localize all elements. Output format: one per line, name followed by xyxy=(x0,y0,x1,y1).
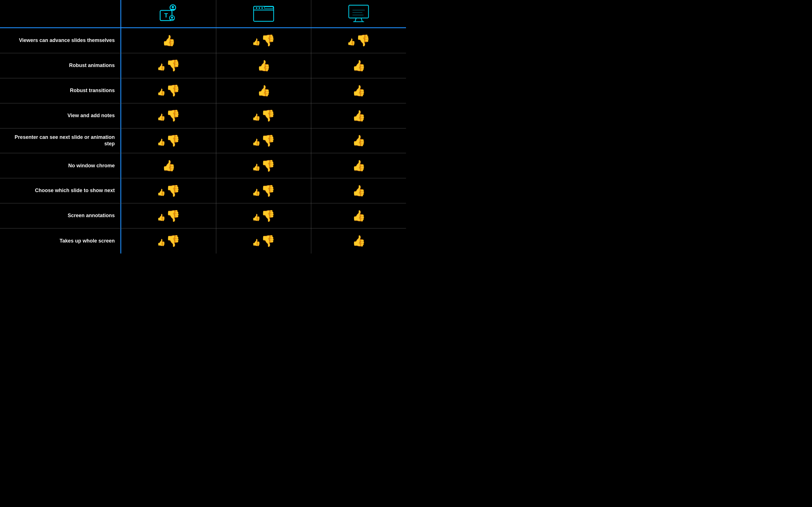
browser-header-col xyxy=(216,0,311,27)
thumbs-down-icon: 👍 👎 xyxy=(252,109,275,122)
feature-label-text: Presenter can see next slide or animatio… xyxy=(3,134,115,147)
monitor-cell: 👍 xyxy=(311,78,406,103)
svg-point-10 xyxy=(261,7,263,8)
teams-cell: 👍 👎 xyxy=(121,78,216,103)
thumbs-down-icon: 👍 👎 xyxy=(157,184,180,198)
feature-label-text: Choose which slide to show next xyxy=(35,187,115,194)
feature-label-text: Viewers can advance slides themselves xyxy=(19,37,115,44)
monitor-cell: 👍 xyxy=(311,103,406,128)
monitor-header-col xyxy=(311,0,406,27)
thumbs-down-icon: 👍 👎 xyxy=(157,234,180,247)
thumbs-up-icon: 👍 xyxy=(352,235,365,246)
thumbs-down-icon: 👍 👎 xyxy=(252,209,275,223)
feature-label: Robust animations xyxy=(0,53,121,78)
thumbs-up-icon: 👍 xyxy=(257,86,270,96)
svg-text:T: T xyxy=(164,12,168,19)
browser-cell: 👍 xyxy=(216,78,311,103)
thumbs-up-icon: 👍 xyxy=(352,110,365,121)
feature-col-header xyxy=(0,0,121,27)
thumbs-down-icon: 👍 👎 xyxy=(252,234,275,247)
feature-label: Viewers can advance slides themselves xyxy=(0,28,121,53)
browser-cell: 👍 👎 xyxy=(216,128,311,153)
svg-point-1 xyxy=(172,6,174,8)
thumbs-up-icon: 👍 xyxy=(352,210,365,221)
comparison-table: T xyxy=(0,0,406,253)
feature-label-text: Takes up whole screen xyxy=(59,238,115,244)
monitor-cell: 👍 👎 xyxy=(311,28,406,53)
main-container: T xyxy=(0,0,406,253)
svg-point-5 xyxy=(171,16,173,18)
table-row: Takes up whole screen 👍 👎 👍 👎 👍 xyxy=(0,228,406,253)
browser-cell: 👍 👎 xyxy=(216,203,311,228)
table-row: Robust animations 👍 👎 👍👍 xyxy=(0,53,406,78)
teams-cell: 👍 👎 xyxy=(121,53,216,78)
teams-header-col: T xyxy=(121,0,216,27)
teams-cell: 👍 👎 xyxy=(121,103,216,128)
browser-icon xyxy=(252,4,275,24)
thumbs-up-icon: 👍 xyxy=(352,135,365,146)
thumbs-down-icon: 👍 👎 xyxy=(347,34,370,47)
monitor-cell: 👍 xyxy=(311,153,406,178)
feature-label: View and add notes xyxy=(0,103,121,128)
thumbs-up-icon: 👍 xyxy=(162,160,175,171)
browser-cell: 👍 👎 xyxy=(216,153,311,178)
feature-label: Presenter can see next slide or animatio… xyxy=(0,128,121,153)
table-row: Viewers can advance slides themselves👍 👍… xyxy=(0,28,406,53)
browser-cell: 👍 👎 xyxy=(216,178,311,203)
browser-cell: 👍 xyxy=(216,53,311,78)
svg-line-14 xyxy=(361,18,362,21)
teams-cell: 👍 xyxy=(121,28,216,53)
table-row: Robust transitions 👍 👎 👍👍 xyxy=(0,78,406,103)
feature-label: No window chrome xyxy=(0,153,121,178)
thumbs-down-icon: 👍 👎 xyxy=(157,59,180,72)
browser-cell: 👍 👎 xyxy=(216,103,311,128)
thumbs-down-icon: 👍 👎 xyxy=(252,134,275,147)
teams-cell: 👍 👎 xyxy=(121,128,216,153)
monitor-cell: 👍 xyxy=(311,178,406,203)
table-row: Presenter can see next slide or animatio… xyxy=(0,128,406,154)
svg-point-9 xyxy=(259,7,260,8)
monitor-cell: 👍 xyxy=(311,53,406,78)
thumbs-down-icon: 👍 👎 xyxy=(157,84,180,97)
svg-rect-12 xyxy=(349,5,368,18)
feature-label: Robust transitions xyxy=(0,78,121,103)
monitor-cell: 👍 xyxy=(311,128,406,153)
monitor-cell: 👍 xyxy=(311,228,406,253)
teams-cell: 👍 👎 xyxy=(121,228,216,253)
table-row: Choose which slide to show next 👍 👎 👍 👎 … xyxy=(0,178,406,203)
feature-label-text: Screen annotations xyxy=(68,212,115,219)
feature-label-text: View and add notes xyxy=(67,112,115,119)
browser-cell: 👍 👎 xyxy=(216,228,311,253)
thumbs-down-icon: 👍 👎 xyxy=(252,159,275,172)
table-row: Screen annotations 👍 👎 👍 👎 👍 xyxy=(0,203,406,228)
thumbs-up-icon: 👍 xyxy=(352,185,365,196)
table-row: View and add notes 👍 👎 👍 👎 👍 xyxy=(0,103,406,128)
teams-cell: 👍 👎 xyxy=(121,178,216,203)
feature-label: Choose which slide to show next xyxy=(0,178,121,203)
svg-line-13 xyxy=(355,18,356,21)
feature-label-text: Robust transitions xyxy=(70,87,115,94)
header-row: T xyxy=(0,0,406,28)
monitor-icon xyxy=(347,4,370,24)
teams-icon: T xyxy=(157,3,180,25)
table-row: No window chrome👍 👍 👎 👍 xyxy=(0,153,406,178)
thumbs-up-icon: 👍 xyxy=(352,86,365,96)
teams-cell: 👍 👎 xyxy=(121,203,216,228)
monitor-cell: 👍 xyxy=(311,203,406,228)
thumbs-down-icon: 👍 👎 xyxy=(157,109,180,122)
svg-point-8 xyxy=(256,7,257,8)
thumbs-down-icon: 👍 👎 xyxy=(252,184,275,198)
feature-label-text: Robust animations xyxy=(69,62,115,69)
thumbs-up-icon: 👍 xyxy=(257,60,270,71)
feature-label: Screen annotations xyxy=(0,203,121,228)
thumbs-up-icon: 👍 xyxy=(162,35,175,46)
thumbs-down-icon: 👍 👎 xyxy=(252,34,275,47)
browser-cell: 👍 👎 xyxy=(216,28,311,53)
thumbs-up-icon: 👍 xyxy=(352,160,365,171)
feature-label-text: No window chrome xyxy=(68,163,115,169)
thumbs-up-icon: 👍 xyxy=(352,60,365,71)
svg-rect-11 xyxy=(264,7,273,8)
thumbs-down-icon: 👍 👎 xyxy=(157,134,180,147)
thumbs-down-icon: 👍 👎 xyxy=(157,209,180,223)
feature-label: Takes up whole screen xyxy=(0,228,121,253)
